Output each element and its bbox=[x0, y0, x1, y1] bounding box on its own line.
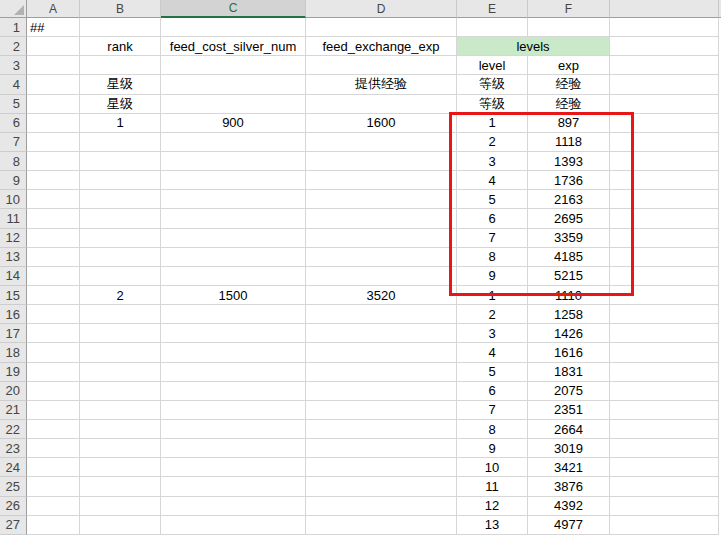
cell-D11[interactable] bbox=[306, 209, 457, 228]
cell-D12[interactable] bbox=[306, 229, 457, 248]
cell-A1[interactable]: ## bbox=[27, 18, 80, 37]
cell-D7[interactable] bbox=[306, 133, 457, 152]
cell-B13[interactable] bbox=[80, 248, 161, 267]
cell-E21[interactable]: 7 bbox=[457, 401, 528, 420]
cell-G13[interactable] bbox=[610, 248, 719, 267]
cell-G18[interactable] bbox=[610, 343, 719, 362]
column-header-A[interactable]: A bbox=[27, 0, 80, 18]
cell-G7[interactable] bbox=[610, 133, 719, 152]
cell-G4[interactable] bbox=[610, 75, 719, 94]
cell-D9[interactable] bbox=[306, 171, 457, 190]
cell-A13[interactable] bbox=[27, 248, 80, 267]
cell-B6[interactable]: 1 bbox=[80, 114, 161, 133]
cell-A15[interactable] bbox=[27, 286, 80, 305]
cell-E22[interactable]: 8 bbox=[457, 420, 528, 439]
cell-C4[interactable] bbox=[161, 75, 306, 94]
cell-C11[interactable] bbox=[161, 209, 306, 228]
cell-B19[interactable] bbox=[80, 363, 161, 382]
row-header-26[interactable]: 26 bbox=[0, 497, 27, 516]
cell-E25[interactable]: 11 bbox=[457, 477, 528, 496]
column-header-C[interactable]: C bbox=[161, 0, 306, 18]
cell-G10[interactable] bbox=[610, 190, 719, 209]
row-header-17[interactable]: 17 bbox=[0, 324, 27, 343]
cell-C12[interactable] bbox=[161, 229, 306, 248]
cell-E19[interactable]: 5 bbox=[457, 363, 528, 382]
cell-E3[interactable]: level bbox=[457, 56, 528, 75]
cell-D6[interactable]: 1600 bbox=[306, 114, 457, 133]
cell-C26[interactable] bbox=[161, 497, 306, 516]
cell-B20[interactable] bbox=[80, 382, 161, 401]
cell-F7[interactable]: 1118 bbox=[528, 133, 610, 152]
cell-C9[interactable] bbox=[161, 171, 306, 190]
row-header-15[interactable]: 15 bbox=[0, 286, 27, 305]
cell-A16[interactable] bbox=[27, 305, 80, 324]
cell-D20[interactable] bbox=[306, 382, 457, 401]
cell-A24[interactable] bbox=[27, 458, 80, 477]
cell-F23[interactable]: 3019 bbox=[528, 439, 610, 458]
cell-B5[interactable]: 星级 bbox=[80, 95, 161, 114]
row-header-24[interactable]: 24 bbox=[0, 458, 27, 477]
cell-D16[interactable] bbox=[306, 305, 457, 324]
cell-C27[interactable] bbox=[161, 516, 306, 535]
cell-G16[interactable] bbox=[610, 305, 719, 324]
cell-E15[interactable]: 1 bbox=[457, 286, 528, 305]
cell-D1[interactable] bbox=[306, 18, 457, 37]
cell-F4[interactable]: 经验 bbox=[528, 75, 610, 94]
cell-G21[interactable] bbox=[610, 401, 719, 420]
cell-D24[interactable] bbox=[306, 458, 457, 477]
cell-A23[interactable] bbox=[27, 439, 80, 458]
cell-E6[interactable]: 1 bbox=[457, 114, 528, 133]
cell-C23[interactable] bbox=[161, 439, 306, 458]
cell-F14[interactable]: 5215 bbox=[528, 267, 610, 286]
cell-C8[interactable] bbox=[161, 152, 306, 171]
cell-G24[interactable] bbox=[610, 458, 719, 477]
column-header-B[interactable]: B bbox=[80, 0, 161, 18]
column-header-F[interactable]: F bbox=[528, 0, 610, 18]
cell-C22[interactable] bbox=[161, 420, 306, 439]
row-header-7[interactable]: 7 bbox=[0, 133, 27, 152]
row-header-16[interactable]: 16 bbox=[0, 305, 27, 324]
cell-E27[interactable]: 13 bbox=[457, 516, 528, 535]
cell-A19[interactable] bbox=[27, 363, 80, 382]
cell-C5[interactable] bbox=[161, 95, 306, 114]
cell-F18[interactable]: 1616 bbox=[528, 343, 610, 362]
cell-F12[interactable]: 3359 bbox=[528, 229, 610, 248]
row-header-10[interactable]: 10 bbox=[0, 190, 27, 209]
cell-F24[interactable]: 3421 bbox=[528, 458, 610, 477]
cell-C24[interactable] bbox=[161, 458, 306, 477]
row-header-11[interactable]: 11 bbox=[0, 209, 27, 228]
cell-A27[interactable] bbox=[27, 516, 80, 535]
cell-A3[interactable] bbox=[27, 56, 80, 75]
cell-G9[interactable] bbox=[610, 171, 719, 190]
cell-D19[interactable] bbox=[306, 363, 457, 382]
cell-B23[interactable] bbox=[80, 439, 161, 458]
cell-F26[interactable]: 4392 bbox=[528, 497, 610, 516]
cell-G14[interactable] bbox=[610, 267, 719, 286]
cell-C13[interactable] bbox=[161, 248, 306, 267]
cell-G22[interactable] bbox=[610, 420, 719, 439]
cell-B16[interactable] bbox=[80, 305, 161, 324]
cell-E10[interactable]: 5 bbox=[457, 190, 528, 209]
cell-G26[interactable] bbox=[610, 497, 719, 516]
cell-E12[interactable]: 7 bbox=[457, 229, 528, 248]
cell-D27[interactable] bbox=[306, 516, 457, 535]
cell-D13[interactable] bbox=[306, 248, 457, 267]
cell-B24[interactable] bbox=[80, 458, 161, 477]
row-header-12[interactable]: 12 bbox=[0, 229, 27, 248]
cell-C18[interactable] bbox=[161, 343, 306, 362]
cell-G6[interactable] bbox=[610, 114, 719, 133]
cell-G8[interactable] bbox=[610, 152, 719, 171]
cell-G3[interactable] bbox=[610, 56, 719, 75]
cell-G17[interactable] bbox=[610, 324, 719, 343]
cell-F27[interactable]: 4977 bbox=[528, 516, 610, 535]
cell-A9[interactable] bbox=[27, 171, 80, 190]
cell-A12[interactable] bbox=[27, 229, 80, 248]
cell-C21[interactable] bbox=[161, 401, 306, 420]
column-header-E[interactable]: E bbox=[457, 0, 528, 18]
cell-C2[interactable]: feed_cost_silver_num bbox=[161, 37, 306, 56]
cell-F6[interactable]: 897 bbox=[528, 114, 610, 133]
cell-F15[interactable]: 1110 bbox=[528, 286, 610, 305]
cell-E23[interactable]: 9 bbox=[457, 439, 528, 458]
cell-E9[interactable]: 4 bbox=[457, 171, 528, 190]
cell-G12[interactable] bbox=[610, 229, 719, 248]
